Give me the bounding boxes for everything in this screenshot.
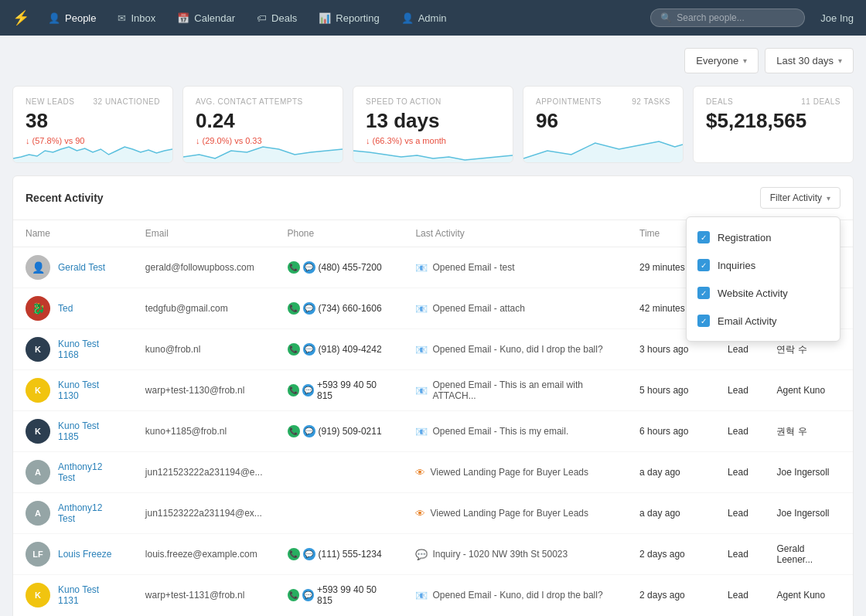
avatar: 🐉 [26, 296, 50, 321]
filter-item-inquiries[interactable]: ✓ Inquiries [687, 251, 840, 279]
phone-cell-inner: 📞 💬 (111) 555-1234 [288, 548, 391, 560]
person-name[interactable]: Ted [58, 303, 73, 314]
agent-cell[interactable]: 권혁 우 [764, 411, 853, 452]
sms-icon[interactable]: 💬 [303, 343, 315, 356]
inquiry-icon: 💬 [415, 549, 428, 560]
agent-cell[interactable]: Joe Ingersoll [764, 452, 853, 493]
person-name[interactable]: Kuno Test 1185 [58, 420, 121, 442]
sms-icon[interactable]: 💬 [302, 589, 314, 601]
email-cell: louis.freeze@example.com [133, 534, 275, 575]
agent-cell[interactable]: Agent Kuno [764, 575, 853, 616]
person-name[interactable]: Louis Freeze [58, 549, 111, 560]
activity-text: Opened Email - This is my email. [432, 426, 568, 437]
call-icon[interactable]: 📞 [288, 425, 300, 437]
call-icon[interactable]: 📞 [288, 548, 300, 560]
mini-chart [353, 135, 513, 162]
name-cell: AAnthony12 Test [13, 493, 133, 534]
nav-deals[interactable]: 🏷 Deals [247, 8, 306, 29]
sms-icon[interactable]: 💬 [302, 384, 314, 396]
top-controls: Everyone ▾ Last 30 days ▾ [12, 48, 854, 73]
nav-admin[interactable]: 👤 Admin [392, 8, 456, 29]
call-icon[interactable]: 📞 [288, 261, 300, 274]
agent-cell[interactable]: Gerald Leener... [764, 534, 853, 575]
phone-cell: 📞 💬 +593 99 40 50 815 [275, 370, 404, 411]
stat-label: AVG. CONTACT ATTEMPTS [196, 97, 330, 106]
person-name[interactable]: Anthony12 Test [58, 502, 121, 524]
phone-cell-inner: 📞 💬 (918) 409-4242 [288, 343, 391, 356]
checkbox-registration[interactable]: ✓ [697, 231, 710, 243]
activity-cell: 💬 Inquiry - 1020 NW 39th St 50023 [403, 534, 627, 575]
time-cell: 2 days ago [627, 575, 715, 616]
phone-cell: 📞 💬 (919) 509-0211 [275, 411, 404, 452]
time-cell: 2 days ago [627, 534, 715, 575]
name-cell-inner: 👤Gerald Test [26, 255, 121, 280]
call-icon[interactable]: 📞 [288, 302, 300, 315]
person-name[interactable]: Anthony12 Test [58, 461, 121, 483]
filter-dropdown: ✓ Registration ✓ Inquiries ✓ Website Act… [686, 216, 840, 342]
time-cell: a day ago [627, 452, 715, 493]
stat-value: 13 days [366, 109, 500, 133]
search-input[interactable] [677, 12, 795, 23]
nav-deals-label: Deals [271, 12, 297, 24]
inbox-icon: ✉ [118, 12, 126, 24]
sms-icon[interactable]: 💬 [303, 302, 315, 315]
phone-number: (734) 660-1606 [319, 303, 382, 314]
filter-item-registration[interactable]: ✓ Registration [687, 223, 840, 251]
nav-people[interactable]: 👤 People [39, 8, 105, 29]
everyone-label: Everyone [696, 55, 738, 66]
person-name[interactable]: Kuno Test 1131 [58, 584, 121, 606]
call-icon[interactable]: 📞 [288, 384, 299, 396]
nav-calendar[interactable]: 📅 Calendar [168, 8, 244, 29]
phone-cell: 📞 💬 (918) 409-4242 [275, 329, 404, 370]
checkbox-inquiries[interactable]: ✓ [697, 259, 710, 271]
filter-label-inquiries: Inquiries [718, 260, 755, 271]
sms-icon[interactable]: 💬 [303, 425, 315, 437]
filter-item-website-activity[interactable]: ✓ Website Activity [687, 279, 840, 307]
email-cell: warp+test-1131@frob.nl [133, 575, 275, 616]
stat-value: 38 [26, 109, 160, 133]
name-cell: AAnthony12 Test [13, 452, 133, 493]
period-dropdown[interactable]: Last 30 days ▾ [765, 48, 854, 73]
sms-icon[interactable]: 💬 [303, 261, 315, 274]
agent-cell[interactable]: Joe Ingersoll [764, 493, 853, 534]
search-bar[interactable]: 🔍 [650, 9, 805, 27]
activity-cell: 👁 Viewed Landing Page for Buyer Leads [403, 452, 627, 493]
nav-reporting[interactable]: 📊 Reporting [309, 8, 388, 29]
filter-label-website-activity: Website Activity [718, 288, 788, 299]
person-name[interactable]: Kuno Test 1130 [58, 379, 121, 401]
phone-cell: 📞 💬 +593 99 40 50 815 [275, 575, 404, 616]
table-row: KKuno Test 1131warp+test-1131@frob.nl 📞 … [13, 575, 853, 616]
call-icon[interactable]: 📞 [288, 343, 300, 356]
filter-activity-button[interactable]: Filter Activity ▾ [760, 187, 840, 209]
activity-cell-inner: 📧 Opened Email - test [415, 262, 615, 274]
checkbox-email-activity[interactable]: ✓ [697, 315, 710, 327]
email-cell: tedgfub@gmail.com [133, 288, 275, 329]
nav-user: Joe Ing [820, 12, 854, 24]
stage-cell: Lead [715, 411, 764, 452]
mini-chart [523, 135, 683, 162]
person-name[interactable]: Kuno Test 1168 [58, 339, 121, 360]
filter-item-email-activity[interactable]: ✓ Email Activity [687, 307, 840, 335]
nav-inbox[interactable]: ✉ Inbox [108, 8, 165, 29]
sms-icon[interactable]: 💬 [303, 548, 315, 560]
email-cell: jun11523222a231194@ex... [133, 493, 275, 534]
agent-cell[interactable]: Agent Kuno [764, 370, 853, 411]
everyone-dropdown[interactable]: Everyone ▾ [684, 48, 759, 73]
person-name[interactable]: Gerald Test [58, 262, 105, 273]
recent-activity-section: Recent Activity Filter Activity ▾ ✓ Regi… [12, 175, 854, 616]
call-icon[interactable]: 📞 [288, 589, 299, 601]
activity-cell: 📧 Opened Email - attach [403, 288, 627, 329]
email-icon: 📧 [415, 262, 428, 274]
eye-icon: 👁 [415, 467, 425, 478]
stage-cell: Lead [715, 534, 764, 575]
name-cell: 👤Gerald Test [13, 247, 133, 288]
avatar: K [26, 337, 50, 362]
name-cell-inner: KKuno Test 1130 [26, 378, 121, 403]
stats-row: NEW LEADS 32 unactioned 38 ↓ (57.8%) vs … [12, 86, 854, 163]
time-cell: 6 hours ago [627, 411, 715, 452]
name-cell: LFLouis Freeze [13, 534, 133, 575]
stage-cell: Lead [715, 370, 764, 411]
name-cell: KKuno Test 1185 [13, 411, 133, 452]
stat-value: 96 [536, 109, 670, 133]
checkbox-website-activity[interactable]: ✓ [697, 287, 710, 299]
